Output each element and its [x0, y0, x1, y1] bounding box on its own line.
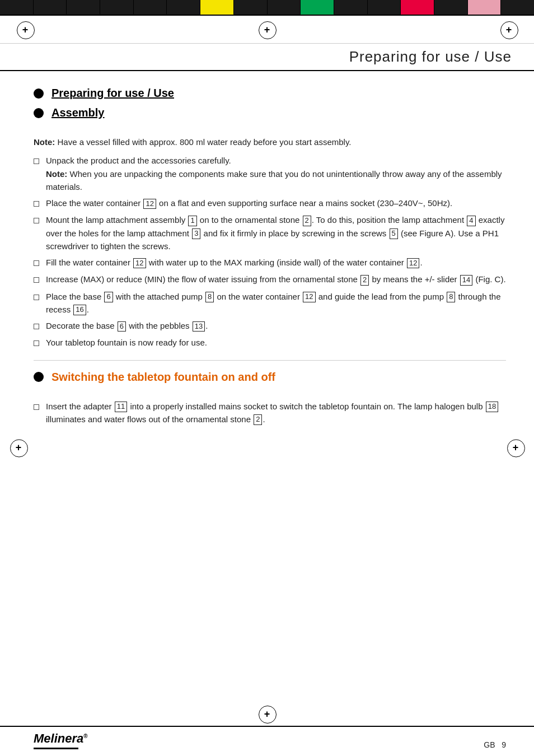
section-switching-header: Switching the tabletop fountain on and o… — [34, 371, 506, 384]
list-item: Fill the water container 12 with water u… — [34, 256, 506, 269]
cb-seg-2 — [34, 0, 67, 15]
ref-box: 8 — [447, 292, 455, 302]
section-assembly-header: Assembly — [34, 106, 506, 119]
item1-note-label: Note: — [46, 169, 67, 179]
list-content-1: Unpack the product and the accessories c… — [46, 154, 506, 193]
ref-box: 14 — [460, 275, 472, 286]
list-content-7: Decorate the base 6 with the pebbles 13. — [46, 319, 506, 333]
item1-main: Unpack the product and the accessories c… — [46, 156, 231, 165]
cb-seg-14 — [434, 0, 468, 15]
list-bullet-4 — [34, 256, 46, 269]
list-content-8: Your tabletop fountain is now ready for … — [46, 336, 506, 349]
cb-seg-7 — [200, 0, 234, 15]
assembly-list: Unpack the product and the accessories c… — [34, 154, 506, 349]
note-label: Note: — [34, 137, 55, 147]
cb-seg-10 — [301, 0, 334, 15]
list-bullet-2 — [34, 197, 46, 210]
cb-seg-8 — [234, 0, 268, 15]
bullet-square-2 — [34, 201, 39, 207]
list-content-sw1: Insert the adapter 11 into a properly in… — [46, 400, 506, 426]
reg-mark-center — [259, 21, 275, 38]
bullet-square-3 — [34, 218, 39, 223]
ref-box: 2 — [360, 275, 369, 286]
ref-box: 12 — [143, 199, 156, 209]
melinera-underline — [34, 748, 78, 749]
list-item: Your tabletop fountain is now ready for … — [34, 336, 506, 349]
melinera-logo-text: Melinera — [34, 731, 88, 746]
list-content-5: Increase (MAX) or reduce (MIN) the flow … — [46, 273, 506, 286]
ref-box: 2 — [254, 414, 262, 425]
cb-seg-13 — [401, 0, 434, 15]
list-bullet-8 — [34, 336, 46, 349]
cb-seg-4 — [100, 0, 134, 15]
ref-box: 1 — [188, 216, 196, 226]
cb-seg-16 — [501, 0, 534, 15]
cb-seg-3 — [67, 0, 100, 15]
ref-box: 3 — [192, 228, 200, 239]
ref-box: 11 — [115, 402, 127, 412]
ref-box: 5 — [390, 228, 398, 239]
bullet-square-4 — [34, 260, 39, 266]
ref-box: 6 — [104, 292, 113, 302]
header-title: Preparing for use / Use — [349, 48, 512, 66]
footer-page-num: 9 — [502, 740, 506, 749]
ref-box: 6 — [118, 321, 126, 332]
main-content: Preparing for use / Use Assembly Note: H… — [0, 71, 534, 702]
ref-box: 16 — [73, 305, 86, 315]
cb-seg-6 — [167, 0, 200, 15]
page-wrapper: Preparing for use / Use Preparing for us… — [0, 0, 534, 756]
note-text: Have a vessel filled with approx. 800 ml… — [58, 137, 352, 147]
bullet-square-8 — [34, 340, 39, 346]
cb-seg-1 — [0, 0, 34, 15]
bullet-preparing — [34, 88, 44, 99]
bullet-square-1 — [34, 158, 39, 164]
list-bullet-6 — [34, 290, 46, 316]
reg-mark-left — [17, 21, 34, 38]
registration-row — [0, 16, 534, 44]
list-item: Mount the lamp attachment assembly 1 on … — [34, 213, 506, 253]
list-content-4: Fill the water container 12 with water u… — [46, 256, 506, 269]
bullet-square-sw1 — [34, 404, 39, 410]
section-divider — [34, 360, 506, 361]
switching-list: Insert the adapter 11 into a properly in… — [34, 400, 506, 426]
list-content-2: Place the water container 12 on a flat a… — [46, 197, 506, 210]
footer-page-info: GB 9 — [484, 740, 506, 749]
brand-logo: Melinera — [34, 731, 88, 749]
bullet-switching — [34, 372, 44, 382]
item1-note-text: When you are unpacking the components ma… — [46, 169, 502, 192]
cb-seg-12 — [368, 0, 401, 15]
list-item: Decorate the base 6 with the pebbles 13. — [34, 319, 506, 333]
ref-box: 18 — [486, 402, 498, 412]
list-content-3: Mount the lamp attachment assembly 1 on … — [46, 213, 506, 253]
page-header: Preparing for use / Use — [0, 44, 534, 71]
ref-box: 12 — [133, 258, 146, 269]
section-preparing-header: Preparing for use / Use — [34, 87, 506, 100]
cb-seg-15 — [468, 0, 502, 15]
bullet-square-6 — [34, 295, 39, 300]
ref-box: 12 — [407, 258, 419, 269]
side-reg-mark-right — [507, 316, 524, 458]
cb-seg-5 — [134, 0, 167, 15]
list-item: Place the base 6 with the attached pump … — [34, 290, 506, 316]
list-bullet-1 — [34, 154, 46, 193]
bullet-assembly — [34, 108, 44, 118]
list-bullet-3 — [34, 213, 46, 253]
section-preparing-title: Preparing for use / Use — [51, 87, 174, 100]
ref-box: 8 — [205, 292, 214, 302]
list-item: Unpack the product and the accessories c… — [34, 154, 506, 193]
page-footer: Melinera GB 9 — [0, 726, 534, 756]
list-item: Increase (MAX) or reduce (MIN) the flow … — [34, 273, 506, 286]
ref-box: 2 — [303, 216, 311, 226]
cb-seg-9 — [268, 0, 301, 15]
side-reg-mark-left — [10, 316, 27, 458]
list-item: Place the water container 12 on a flat a… — [34, 197, 506, 210]
cb-seg-11 — [334, 0, 368, 15]
list-content-6: Place the base 6 with the attached pump … — [46, 290, 506, 316]
footer-reg-row — [0, 702, 534, 726]
footer-country: GB — [484, 740, 495, 749]
section-switching-title: Switching the tabletop fountain on and o… — [51, 371, 275, 384]
ref-box: 13 — [193, 321, 205, 332]
bullet-square-7 — [34, 324, 39, 329]
footer-reg-mark — [259, 706, 275, 722]
color-bar — [0, 0, 534, 16]
